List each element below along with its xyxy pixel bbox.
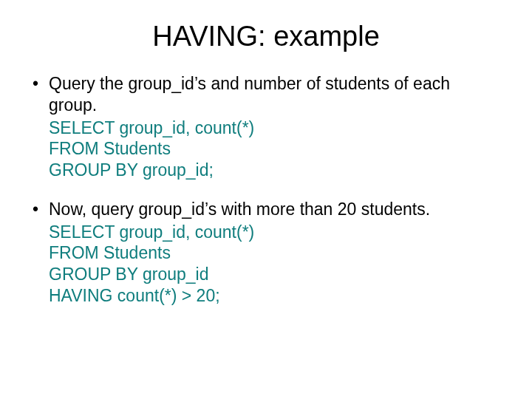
slide: HAVING: example Query the group_id’s and… bbox=[0, 0, 532, 399]
sql-line: GROUP BY group_id bbox=[49, 264, 502, 285]
sql-line: HAVING count(*) > 20; bbox=[49, 285, 502, 307]
bullet-description: Now, query group_id’s with more than 20 … bbox=[49, 200, 430, 219]
sql-block: SELECT group_id, count(*) FROM Students … bbox=[49, 222, 502, 307]
slide-title: HAVING: example bbox=[30, 21, 502, 52]
sql-line: GROUP BY group_id; bbox=[49, 160, 502, 181]
sql-line: FROM Students bbox=[49, 138, 502, 160]
sql-line: SELECT group_id, count(*) bbox=[49, 117, 502, 139]
bullet-list: Query the group_id’s and number of stude… bbox=[30, 73, 502, 307]
list-item: Now, query group_id’s with more than 20 … bbox=[30, 199, 502, 307]
sql-line: FROM Students bbox=[49, 242, 502, 264]
sql-line: SELECT group_id, count(*) bbox=[49, 222, 502, 243]
list-item: Query the group_id’s and number of stude… bbox=[30, 73, 502, 181]
bullet-description: Query the group_id’s and number of stude… bbox=[49, 74, 450, 115]
sql-block: SELECT group_id, count(*) FROM Students … bbox=[49, 117, 502, 181]
